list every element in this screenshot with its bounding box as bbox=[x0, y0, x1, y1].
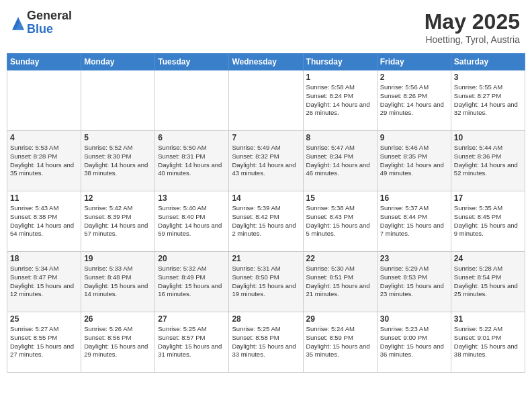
logo-general-text: General bbox=[27, 9, 72, 23]
page-header: General Blue May 2025 Hoetting, Tyrol, A… bbox=[7, 7, 525, 48]
day-info: Sunrise: 5:26 AM Sunset: 8:56 PM Dayligh… bbox=[84, 325, 152, 359]
day-number: 8 bbox=[306, 133, 374, 142]
day-number: 7 bbox=[232, 133, 300, 142]
weekday-header-cell: Saturday bbox=[451, 54, 525, 71]
calendar-body: 1Sunrise: 5:58 AM Sunset: 8:24 PM Daylig… bbox=[7, 71, 525, 373]
day-number: 13 bbox=[158, 193, 226, 203]
day-info: Sunrise: 5:32 AM Sunset: 8:49 PM Dayligh… bbox=[158, 265, 226, 299]
day-info: Sunrise: 5:25 AM Sunset: 8:57 PM Dayligh… bbox=[158, 325, 226, 359]
day-number: 22 bbox=[306, 254, 374, 263]
day-number: 12 bbox=[84, 193, 152, 203]
weekday-header-cell: Wednesday bbox=[229, 54, 303, 71]
day-info: Sunrise: 5:30 AM Sunset: 8:51 PM Dayligh… bbox=[306, 265, 374, 299]
day-info: Sunrise: 5:55 AM Sunset: 8:27 PM Dayligh… bbox=[454, 83, 522, 118]
day-number: 15 bbox=[306, 193, 374, 203]
day-info: Sunrise: 5:27 AM Sunset: 8:55 PM Dayligh… bbox=[10, 325, 78, 359]
day-info: Sunrise: 5:43 AM Sunset: 8:38 PM Dayligh… bbox=[10, 204, 78, 238]
weekday-header-cell: Thursday bbox=[303, 54, 377, 71]
day-number: 23 bbox=[380, 254, 448, 263]
calendar-day-cell: 19Sunrise: 5:33 AM Sunset: 8:48 PM Dayli… bbox=[81, 252, 155, 312]
calendar-day-cell: 4Sunrise: 5:53 AM Sunset: 8:28 PM Daylig… bbox=[7, 131, 81, 191]
calendar-day-cell: 10Sunrise: 5:44 AM Sunset: 8:36 PM Dayli… bbox=[451, 131, 525, 191]
month-title: May 2025 bbox=[425, 9, 520, 34]
calendar-day-cell: 9Sunrise: 5:46 AM Sunset: 8:35 PM Daylig… bbox=[377, 131, 451, 191]
day-info: Sunrise: 5:33 AM Sunset: 8:48 PM Dayligh… bbox=[84, 265, 152, 299]
calendar-day-cell bbox=[81, 71, 155, 131]
day-info: Sunrise: 5:42 AM Sunset: 8:39 PM Dayligh… bbox=[84, 204, 152, 238]
calendar-day-cell: 30Sunrise: 5:23 AM Sunset: 9:00 PM Dayli… bbox=[377, 312, 451, 373]
calendar-day-cell: 28Sunrise: 5:25 AM Sunset: 8:58 PM Dayli… bbox=[229, 312, 303, 373]
day-info: Sunrise: 5:25 AM Sunset: 8:58 PM Dayligh… bbox=[232, 325, 300, 359]
day-number: 1 bbox=[306, 73, 374, 82]
day-number: 11 bbox=[10, 193, 78, 203]
day-info: Sunrise: 5:37 AM Sunset: 8:44 PM Dayligh… bbox=[380, 204, 448, 238]
day-number: 14 bbox=[232, 193, 300, 203]
calendar-day-cell: 31Sunrise: 5:22 AM Sunset: 9:01 PM Dayli… bbox=[451, 312, 525, 373]
calendar-day-cell: 20Sunrise: 5:32 AM Sunset: 8:49 PM Dayli… bbox=[155, 252, 229, 312]
day-info: Sunrise: 5:29 AM Sunset: 8:53 PM Dayligh… bbox=[380, 265, 448, 299]
logo-blue-text: Blue bbox=[27, 23, 72, 36]
day-number: 28 bbox=[232, 314, 300, 324]
calendar-day-cell: 24Sunrise: 5:28 AM Sunset: 8:54 PM Dayli… bbox=[451, 252, 525, 312]
day-number: 6 bbox=[158, 133, 226, 142]
day-number: 21 bbox=[232, 254, 300, 263]
calendar-day-cell: 15Sunrise: 5:38 AM Sunset: 8:43 PM Dayli… bbox=[303, 191, 377, 252]
calendar-day-cell: 11Sunrise: 5:43 AM Sunset: 8:38 PM Dayli… bbox=[7, 191, 81, 252]
calendar-day-cell: 5Sunrise: 5:52 AM Sunset: 8:30 PM Daylig… bbox=[81, 131, 155, 191]
calendar-day-cell: 27Sunrise: 5:25 AM Sunset: 8:57 PM Dayli… bbox=[155, 312, 229, 373]
day-number: 3 bbox=[454, 73, 522, 82]
day-number: 27 bbox=[158, 314, 226, 324]
calendar-day-cell: 22Sunrise: 5:30 AM Sunset: 8:51 PM Dayli… bbox=[303, 252, 377, 312]
day-number: 20 bbox=[158, 254, 226, 263]
calendar-day-cell bbox=[155, 71, 229, 131]
weekday-header-cell: Friday bbox=[377, 54, 451, 71]
calendar-day-cell: 16Sunrise: 5:37 AM Sunset: 8:44 PM Dayli… bbox=[377, 191, 451, 252]
calendar-day-cell: 17Sunrise: 5:35 AM Sunset: 8:45 PM Dayli… bbox=[451, 191, 525, 252]
day-number: 25 bbox=[10, 314, 78, 324]
day-number: 29 bbox=[306, 314, 374, 324]
day-number: 30 bbox=[380, 314, 448, 324]
calendar-day-cell: 26Sunrise: 5:26 AM Sunset: 8:56 PM Dayli… bbox=[81, 312, 155, 373]
day-info: Sunrise: 5:31 AM Sunset: 8:50 PM Dayligh… bbox=[232, 265, 300, 299]
day-number: 9 bbox=[380, 133, 448, 142]
calendar-day-cell: 12Sunrise: 5:42 AM Sunset: 8:39 PM Dayli… bbox=[81, 191, 155, 252]
day-info: Sunrise: 5:35 AM Sunset: 8:45 PM Dayligh… bbox=[454, 204, 522, 238]
weekday-header-cell: Tuesday bbox=[155, 54, 229, 71]
day-number: 16 bbox=[380, 193, 448, 203]
day-number: 19 bbox=[84, 254, 152, 263]
day-number: 17 bbox=[454, 193, 522, 203]
day-info: Sunrise: 5:39 AM Sunset: 8:42 PM Dayligh… bbox=[232, 204, 300, 238]
calendar-day-cell: 18Sunrise: 5:34 AM Sunset: 8:47 PM Dayli… bbox=[7, 252, 81, 312]
day-number: 18 bbox=[10, 254, 78, 263]
day-number: 24 bbox=[454, 254, 522, 263]
calendar-day-cell: 29Sunrise: 5:24 AM Sunset: 8:59 PM Dayli… bbox=[303, 312, 377, 373]
calendar-day-cell bbox=[7, 71, 81, 131]
location-subtitle: Hoetting, Tyrol, Austria bbox=[425, 34, 520, 45]
calendar-day-cell: 23Sunrise: 5:29 AM Sunset: 8:53 PM Dayli… bbox=[377, 252, 451, 312]
day-info: Sunrise: 5:23 AM Sunset: 9:00 PM Dayligh… bbox=[380, 325, 448, 359]
logo-icon bbox=[12, 17, 24, 30]
day-info: Sunrise: 5:47 AM Sunset: 8:34 PM Dayligh… bbox=[306, 144, 374, 178]
calendar-day-cell: 2Sunrise: 5:56 AM Sunset: 8:26 PM Daylig… bbox=[377, 71, 451, 131]
day-info: Sunrise: 5:53 AM Sunset: 8:28 PM Dayligh… bbox=[10, 144, 78, 178]
calendar-day-cell: 7Sunrise: 5:49 AM Sunset: 8:32 PM Daylig… bbox=[229, 131, 303, 191]
calendar-week-row: 25Sunrise: 5:27 AM Sunset: 8:55 PM Dayli… bbox=[7, 312, 525, 373]
calendar-day-cell: 14Sunrise: 5:39 AM Sunset: 8:42 PM Dayli… bbox=[229, 191, 303, 252]
calendar-day-cell: 21Sunrise: 5:31 AM Sunset: 8:50 PM Dayli… bbox=[229, 252, 303, 312]
day-info: Sunrise: 5:52 AM Sunset: 8:30 PM Dayligh… bbox=[84, 144, 152, 178]
day-info: Sunrise: 5:50 AM Sunset: 8:31 PM Dayligh… bbox=[158, 144, 226, 178]
day-info: Sunrise: 5:34 AM Sunset: 8:47 PM Dayligh… bbox=[10, 265, 78, 299]
title-block: May 2025 Hoetting, Tyrol, Austria bbox=[425, 9, 520, 45]
calendar-day-cell: 8Sunrise: 5:47 AM Sunset: 8:34 PM Daylig… bbox=[303, 131, 377, 191]
calendar-header: SundayMondayTuesdayWednesdayThursdayFrid… bbox=[7, 54, 525, 71]
calendar-table: SundayMondayTuesdayWednesdayThursdayFrid… bbox=[7, 53, 525, 373]
calendar-week-row: 18Sunrise: 5:34 AM Sunset: 8:47 PM Dayli… bbox=[7, 252, 525, 312]
day-number: 5 bbox=[84, 133, 152, 142]
calendar-day-cell: 3Sunrise: 5:55 AM Sunset: 8:27 PM Daylig… bbox=[451, 71, 525, 131]
day-number: 31 bbox=[454, 314, 522, 324]
logo: General Blue bbox=[12, 9, 72, 36]
day-info: Sunrise: 5:38 AM Sunset: 8:43 PM Dayligh… bbox=[306, 204, 374, 238]
day-number: 10 bbox=[454, 133, 522, 142]
day-info: Sunrise: 5:24 AM Sunset: 8:59 PM Dayligh… bbox=[306, 325, 374, 359]
day-info: Sunrise: 5:49 AM Sunset: 8:32 PM Dayligh… bbox=[232, 144, 300, 178]
